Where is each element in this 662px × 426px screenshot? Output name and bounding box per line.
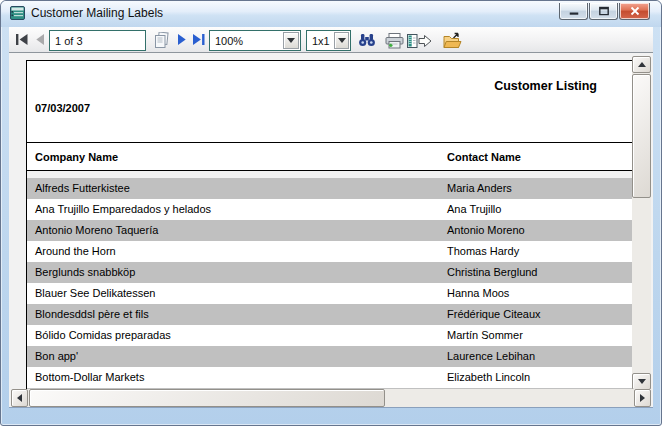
contact-cell: Martín Sommer — [447, 325, 523, 346]
arrow-up-icon — [638, 62, 646, 67]
vertical-scrollbar[interactable] — [632, 56, 651, 390]
company-cell: Blauer See Delikatessen — [35, 283, 155, 304]
arrow-down-icon — [638, 379, 646, 384]
pages-icon — [152, 32, 171, 49]
close-icon — [630, 7, 639, 16]
company-cell: Berglunds snabbköp — [35, 262, 135, 283]
company-cell: Bon app' — [35, 346, 78, 367]
column-header-row: Company Name Contact Name — [27, 143, 634, 171]
export-icon — [407, 33, 432, 49]
company-cell: Ana Trujillo Emparedados y helados — [35, 199, 211, 220]
table-row: Antonio Moreno Taquería Antonio Moreno — [27, 220, 634, 241]
page-layout-combobox[interactable]: 1x1 — [306, 30, 351, 51]
company-cell: Bottom-Dollar Markets — [35, 367, 144, 388]
contact-cell: Frédérique Citeaux — [447, 304, 541, 325]
previous-page-icon — [35, 34, 45, 45]
print-button[interactable] — [385, 33, 404, 49]
contact-cell: Laurence Lebihan — [447, 346, 535, 367]
first-page-icon — [15, 34, 29, 45]
next-page-icon — [177, 34, 187, 45]
last-page-button[interactable] — [192, 34, 206, 45]
contact-cell: Maria Anders — [447, 178, 512, 199]
vertical-scrollbar-thumb[interactable] — [632, 74, 651, 198]
page-indicator-text: 1 of 3 — [55, 35, 83, 47]
first-page-button[interactable] — [15, 34, 29, 45]
find-button[interactable] — [358, 33, 376, 47]
table-row: Bottom-Dollar Markets Elizabeth Lincoln — [27, 367, 634, 388]
table-row: Blondesddsl père et fils Frédérique Cite… — [27, 304, 634, 325]
contact-cell: Hanna Moos — [447, 283, 509, 304]
contact-cell: Ana Trujillo — [447, 199, 501, 220]
export-button[interactable] — [407, 33, 432, 49]
arrow-right-icon — [640, 394, 645, 402]
report-page: Customer Listing 07/03/2007 Company Name… — [26, 60, 634, 390]
table-row: Berglunds snabbköp Christina Berglund — [27, 262, 634, 283]
report-title: Customer Listing — [494, 79, 597, 93]
scroll-up-button[interactable] — [632, 56, 651, 73]
maximize-button[interactable] — [589, 3, 618, 20]
report-header-band: Customer Listing 07/03/2007 — [27, 60, 634, 143]
horizontal-scrollbar-thumb[interactable] — [29, 389, 385, 407]
contact-cell: Antonio Moreno — [447, 220, 525, 241]
window-title: Customer Mailing Labels — [31, 6, 163, 20]
company-cell: Around the Horn — [35, 241, 116, 262]
close-button[interactable] — [619, 3, 650, 20]
page-number-field[interactable]: 1 of 3 — [49, 30, 146, 51]
arrow-left-icon — [17, 394, 22, 402]
table-row: Ana Trujillo Emparedados y helados Ana T… — [27, 199, 634, 220]
maximize-icon — [599, 7, 609, 16]
report-date: 07/03/2007 — [35, 102, 90, 114]
open-button[interactable] — [443, 32, 462, 49]
preview-area: Customer Listing 07/03/2007 Company Name… — [9, 53, 653, 408]
titlebar[interactable]: Customer Mailing Labels — [1, 1, 661, 27]
chevron-down-icon — [338, 38, 346, 43]
minimize-icon — [569, 7, 578, 16]
caption-buttons — [559, 3, 650, 20]
previous-page-button[interactable] — [35, 34, 45, 45]
table-row: Bólido Comidas preparadas Martín Sommer — [27, 325, 634, 346]
zoom-combobox[interactable]: 100% — [209, 30, 301, 51]
binoculars-icon — [358, 33, 376, 47]
chevron-down-icon — [287, 38, 295, 43]
contact-cell: Christina Berglund — [447, 262, 538, 283]
scroll-left-button[interactable] — [11, 389, 28, 407]
column-header-company: Company Name — [35, 143, 118, 171]
report-rows: Alfreds Futterkistee Maria Anders Ana Tr… — [27, 178, 634, 390]
contact-cell: Elizabeth Lincoln — [447, 367, 530, 388]
zoom-value: 100% — [215, 35, 243, 47]
company-cell: Alfreds Futterkistee — [35, 178, 130, 199]
app-icon — [10, 6, 25, 20]
report-preview-window: Customer Mailing Labels 1 of 3 — [0, 0, 662, 426]
scroll-right-button[interactable] — [634, 389, 651, 407]
horizontal-scrollbar[interactable] — [11, 389, 651, 407]
table-row: Alfreds Futterkistee Maria Anders — [27, 178, 634, 199]
printer-icon — [385, 33, 404, 49]
zoom-dropdown-button[interactable] — [283, 32, 299, 49]
column-header-contact: Contact Name — [447, 143, 521, 171]
toolbar: 1 of 3 100% 1x1 — [9, 27, 653, 53]
pages-button[interactable] — [152, 32, 171, 49]
page-layout-value: 1x1 — [312, 35, 330, 47]
company-cell: Antonio Moreno Taquería — [35, 220, 158, 241]
scroll-down-button[interactable] — [632, 373, 651, 390]
contact-cell: Thomas Hardy — [447, 241, 519, 262]
minimize-button[interactable] — [559, 3, 588, 20]
page-layout-dropdown-button[interactable] — [334, 32, 349, 49]
folder-arrow-icon — [443, 32, 462, 49]
company-cell: Bólido Comidas preparadas — [35, 325, 171, 346]
company-cell: Blondesddsl père et fils — [35, 304, 149, 325]
table-row: Blauer See Delikatessen Hanna Moos — [27, 283, 634, 304]
table-row: Bon app' Laurence Lebihan — [27, 346, 634, 367]
last-page-icon — [192, 34, 206, 45]
next-page-button[interactable] — [177, 34, 187, 45]
table-row: Around the Horn Thomas Hardy — [27, 241, 634, 262]
